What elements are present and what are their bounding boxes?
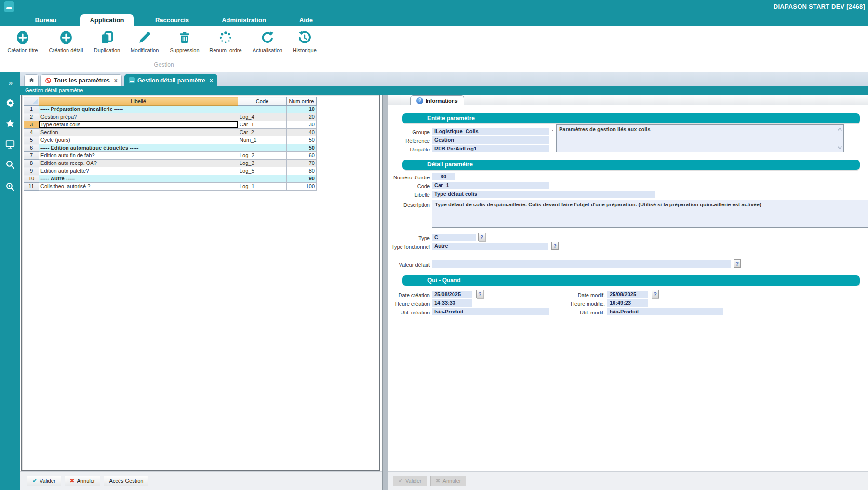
close-icon[interactable]: × xyxy=(210,77,213,84)
date-creation-field[interactable]: 25/08/2025 xyxy=(432,291,472,298)
libelle-cell[interactable]: ----- Edition automatique étiquettes ---… xyxy=(39,144,238,152)
acces-gestion-button[interactable]: Accès Gestion xyxy=(104,476,148,486)
libelle-cell[interactable]: Edition auto fin de fab? xyxy=(39,152,238,160)
type-field[interactable]: C xyxy=(432,234,476,241)
menu-tab-bureau[interactable]: Bureau xyxy=(17,14,75,26)
scroll-down-icon[interactable] xyxy=(837,144,842,151)
table-row[interactable]: 9Edition auto palette?Log_580 xyxy=(24,167,317,175)
row-number-cell[interactable]: 10 xyxy=(24,175,39,183)
row-number-cell[interactable]: 4 xyxy=(24,129,39,136)
annuler-button[interactable]: ✖ Annuler xyxy=(65,476,101,486)
code-cell[interactable] xyxy=(238,144,287,152)
requete-field[interactable]: REB.ParAidLog1 xyxy=(432,145,549,152)
table-row[interactable]: 8Edition auto recep. OA?Log_370 xyxy=(24,160,317,167)
ordre-cell[interactable]: 60 xyxy=(287,152,317,160)
code-cell[interactable]: Log_5 xyxy=(238,167,287,175)
suppression-button[interactable]: Suppression xyxy=(165,29,204,53)
libelle-cell[interactable]: Type défaut colis xyxy=(39,121,238,129)
code-cell[interactable]: Log_3 xyxy=(238,160,287,167)
code-cell[interactable]: Log_2 xyxy=(238,152,287,160)
heure-creation-field[interactable]: 14:33:33 xyxy=(432,299,472,307)
valider-button-disabled[interactable]: ✔ Valider xyxy=(393,476,427,486)
scroll-up-icon[interactable] xyxy=(837,126,842,133)
libelle-cell[interactable]: ----- Autre ----- xyxy=(39,175,238,183)
row-number-cell[interactable]: 5 xyxy=(24,136,39,144)
table-row[interactable]: 5Cycle (jours)Num_150 xyxy=(24,136,317,144)
historique-button[interactable]: Historique xyxy=(285,29,324,53)
libelle-cell[interactable]: Edition auto palette? xyxy=(39,167,238,175)
code-cell[interactable] xyxy=(238,175,287,183)
menu-tab-aide[interactable]: Aide xyxy=(287,14,325,26)
valeur-defaut-lookup-button[interactable]: ? xyxy=(734,259,741,268)
tab-gestion-detail-parametre[interactable]: Gestion détail paramètre × xyxy=(124,74,217,86)
menu-tab-application[interactable]: Application xyxy=(80,14,134,26)
date-creation-lookup-button[interactable]: ? xyxy=(476,290,483,298)
libelle-field[interactable]: Type défaut colis xyxy=(432,191,655,198)
table-row[interactable]: 10----- Autre -----90 xyxy=(24,175,317,183)
table-row[interactable]: 4SectionCar_240 xyxy=(24,129,317,136)
libelle-cell[interactable]: Gestion prépa? xyxy=(39,113,238,121)
description-textarea[interactable]: Type défaut de colis de quincaillerie. C… xyxy=(432,200,868,228)
menu-tab-administration[interactable]: Administration xyxy=(215,14,273,26)
home-tab[interactable] xyxy=(24,74,39,86)
search-pin-icon[interactable] xyxy=(0,181,20,193)
type-fonctionnel-field[interactable]: Autre xyxy=(432,243,548,250)
type-fonctionnel-lookup-button[interactable]: ? xyxy=(551,242,559,250)
search-icon[interactable] xyxy=(0,159,20,171)
ordre-cell[interactable]: 90 xyxy=(287,175,317,183)
renum-ordre-button[interactable]: Renum. ordre xyxy=(206,29,245,53)
select-all-corner[interactable] xyxy=(24,97,39,106)
heure-modif-field[interactable]: 16:49:23 xyxy=(607,299,648,307)
ordre-cell[interactable]: 50 xyxy=(287,136,317,144)
row-number-cell[interactable]: 8 xyxy=(24,160,39,167)
code-cell[interactable]: Car_1 xyxy=(238,121,287,129)
row-number-cell[interactable]: 1 xyxy=(24,106,39,113)
gear-icon[interactable] xyxy=(0,98,20,109)
libelle-cell[interactable]: Edition auto recep. OA? xyxy=(39,160,238,167)
star-icon[interactable] xyxy=(0,118,20,130)
row-number-cell[interactable]: 11 xyxy=(24,183,39,191)
tab-informations[interactable]: ? Informations xyxy=(410,95,464,106)
row-number-cell[interactable]: 7 xyxy=(24,152,39,160)
libelle-cell[interactable]: Colis theo. autorisé ? xyxy=(39,183,238,191)
code-cell[interactable]: Car_2 xyxy=(238,129,287,136)
ordre-cell[interactable]: 20 xyxy=(287,113,317,121)
numero-ordre-field[interactable]: 30 xyxy=(432,173,455,180)
table-row[interactable]: 2Gestion prépa?Log_420 xyxy=(24,113,317,121)
annuler-button-disabled[interactable]: ✖ Annuler xyxy=(430,476,467,486)
duplication-button[interactable]: Duplication xyxy=(88,29,126,53)
libelle-cell[interactable]: ----- Préparation quincaillerie ----- xyxy=(39,106,238,113)
ordre-cell[interactable]: 70 xyxy=(287,160,317,167)
table-row[interactable]: 6----- Edition automatique étiquettes --… xyxy=(24,144,317,152)
type-lookup-button[interactable]: ? xyxy=(478,233,485,241)
ordre-cell[interactable]: 80 xyxy=(287,167,317,175)
valeur-defaut-field[interactable] xyxy=(432,260,731,268)
panel-splitter[interactable] xyxy=(382,95,388,490)
ordre-cell[interactable]: 30 xyxy=(287,121,317,129)
groupe-field[interactable]: ILogistique_Colis xyxy=(432,128,549,135)
code-field[interactable]: Car_1 xyxy=(432,182,549,189)
table-row[interactable]: 7Edition auto fin de fab?Log_260 xyxy=(24,152,317,160)
tab-tous-les-parametres[interactable]: Tous les paramètres × xyxy=(40,74,122,86)
close-icon[interactable]: × xyxy=(114,77,118,84)
chevrons-right-icon[interactable]: » xyxy=(0,79,20,87)
row-number-cell[interactable]: 2 xyxy=(24,113,39,121)
table-row[interactable]: 3Type défaut colisCar_130 xyxy=(24,121,317,129)
column-header-ordre[interactable]: Num.ordre xyxy=(287,97,317,106)
row-number-cell[interactable]: 9 xyxy=(24,167,39,175)
monitor-icon[interactable] xyxy=(0,139,20,150)
modification-button[interactable]: Modification xyxy=(125,29,164,53)
menu-tab-raccourcis[interactable]: Raccourcis xyxy=(143,14,201,26)
actualisation-button[interactable]: Actualisation xyxy=(248,29,287,53)
groupe-description-textarea[interactable]: Paramètres de gestion liés aux colis xyxy=(556,124,844,152)
creation-titre-button[interactable]: Création titre xyxy=(3,29,42,53)
code-cell[interactable]: Log_1 xyxy=(238,183,287,191)
reference-field[interactable]: Gestion xyxy=(432,136,549,144)
table-row[interactable]: 1----- Préparation quincaillerie -----10 xyxy=(24,106,317,113)
code-cell[interactable]: Log_4 xyxy=(238,113,287,121)
code-cell[interactable]: Num_1 xyxy=(238,136,287,144)
row-number-cell[interactable]: 3 xyxy=(24,121,39,129)
libelle-cell[interactable]: Section xyxy=(39,129,238,136)
valider-button[interactable]: ✔ Valider xyxy=(27,476,61,486)
date-modif-lookup-button[interactable]: ? xyxy=(652,290,659,298)
